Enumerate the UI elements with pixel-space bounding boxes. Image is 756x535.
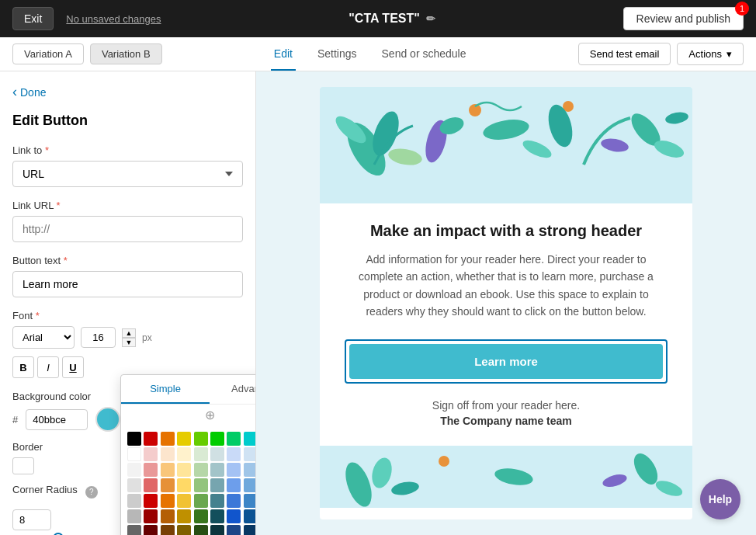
color-cell[interactable] [161,494,175,508]
border-swatch[interactable] [12,457,34,474]
color-cell[interactable] [161,463,175,477]
color-cell[interactable] [127,463,141,477]
color-cell[interactable] [161,509,175,523]
color-cell[interactable] [144,494,158,508]
color-cell[interactable] [144,525,158,535]
color-cell[interactable] [244,447,256,461]
color-cell[interactable] [127,478,141,492]
color-cell[interactable] [244,494,256,508]
color-cell[interactable] [177,494,191,508]
underline-button[interactable]: U [62,356,84,378]
picker-tab-advanced[interactable]: Advanced [210,375,256,404]
color-cell[interactable] [194,447,208,461]
color-cell[interactable] [194,463,208,477]
link-url-input[interactable] [12,216,243,242]
corner-radius-input[interactable] [12,509,51,530]
color-cell[interactable] [177,509,191,523]
color-cell[interactable] [194,494,208,508]
color-cell[interactable] [227,432,241,446]
link-to-select[interactable]: URL [12,161,243,187]
color-cell[interactable] [194,432,208,446]
font-label: Font * [12,310,243,321]
variation-a-button[interactable]: Variation A [12,43,84,64]
color-cell[interactable] [210,525,224,535]
color-cell[interactable] [210,432,224,446]
color-cell[interactable] [161,525,175,535]
tab-send[interactable]: Send or schedule [379,38,470,71]
bg-color-swatch[interactable] [95,407,120,432]
color-cell[interactable] [227,463,241,477]
exit-button[interactable]: Exit [12,7,54,30]
color-cell[interactable] [177,478,191,492]
color-cell[interactable] [244,525,256,535]
color-cell[interactable] [210,447,224,461]
color-cell[interactable] [210,478,224,492]
color-cell[interactable] [144,478,158,492]
top-bar: Exit No unsaved changes "CTA TEST" ✏ Rev… [0,0,756,37]
done-link[interactable]: Done [12,84,243,100]
font-select[interactable]: Arial [12,326,75,349]
help-button[interactable]: Help [700,479,740,519]
color-cell[interactable] [227,509,241,523]
color-cell[interactable] [227,494,241,508]
color-cell[interactable] [210,494,224,508]
bold-button[interactable]: B [12,356,34,378]
cta-wrapper: Learn more [345,339,668,384]
color-cell[interactable] [127,525,141,535]
color-cell[interactable] [210,509,224,523]
color-cell[interactable] [144,463,158,477]
color-cell[interactable] [244,463,256,477]
main-tabs: Edit Settings Send or schedule [271,38,470,70]
color-cell[interactable] [177,525,191,535]
color-cell[interactable] [227,447,241,461]
font-size-input[interactable] [81,327,116,348]
color-cell[interactable] [144,432,158,446]
color-cell[interactable] [227,478,241,492]
edit-icon[interactable]: ✏ [426,12,435,25]
color-cell[interactable] [244,478,256,492]
color-cell[interactable] [161,432,175,446]
color-cell[interactable] [161,478,175,492]
color-cell[interactable] [127,509,141,523]
color-cell[interactable] [194,525,208,535]
notification-badge: 1 [735,2,749,16]
button-text-input[interactable] [12,271,243,297]
actions-button[interactable]: Actions ▾ [677,43,744,65]
color-cell[interactable] [210,463,224,477]
required-star: * [45,144,49,156]
tab-edit[interactable]: Edit [271,38,296,71]
color-cell[interactable] [177,463,191,477]
variation-b-button[interactable]: Variation B [90,43,162,64]
color-cell[interactable] [194,478,208,492]
page-title: "CTA TEST" ✏ [349,12,435,26]
color-cell[interactable] [127,432,141,446]
color-cell[interactable] [127,447,141,461]
color-cell[interactable] [177,432,191,446]
bg-color-hex-input[interactable] [26,409,88,430]
color-cell[interactable] [127,494,141,508]
italic-button[interactable]: I [37,356,59,378]
link-url-label: Link URL * [12,200,243,211]
color-cell[interactable] [227,525,241,535]
color-cell[interactable] [144,509,158,523]
footer-art [320,446,692,508]
color-cell[interactable] [244,432,256,446]
color-cell[interactable] [161,447,175,461]
variation-switcher: Variation A Variation B [12,43,162,64]
email-body-text: Add information for your reader here. Di… [345,251,668,321]
picker-tab-simple[interactable]: Simple [121,375,210,404]
review-publish-button[interactable]: Review and publish 1 [623,7,744,30]
main-layout: Done Edit Button Link to * URL Link URL … [0,71,756,535]
link-to-label: Link to * [12,144,243,156]
font-size-down[interactable]: ▼ [122,338,136,347]
tab-settings[interactable]: Settings [314,38,360,71]
picker-tabs: Simple Advanced [121,375,256,405]
color-cell[interactable] [177,447,191,461]
color-cell[interactable] [194,509,208,523]
font-size-up[interactable]: ▲ [122,328,136,338]
color-cell[interactable] [244,509,256,523]
cta-button[interactable]: Learn more [349,344,663,379]
color-cell[interactable] [144,447,158,461]
top-bar-left: Exit No unsaved changes [12,7,161,30]
send-test-email-button[interactable]: Send test email [578,43,671,65]
